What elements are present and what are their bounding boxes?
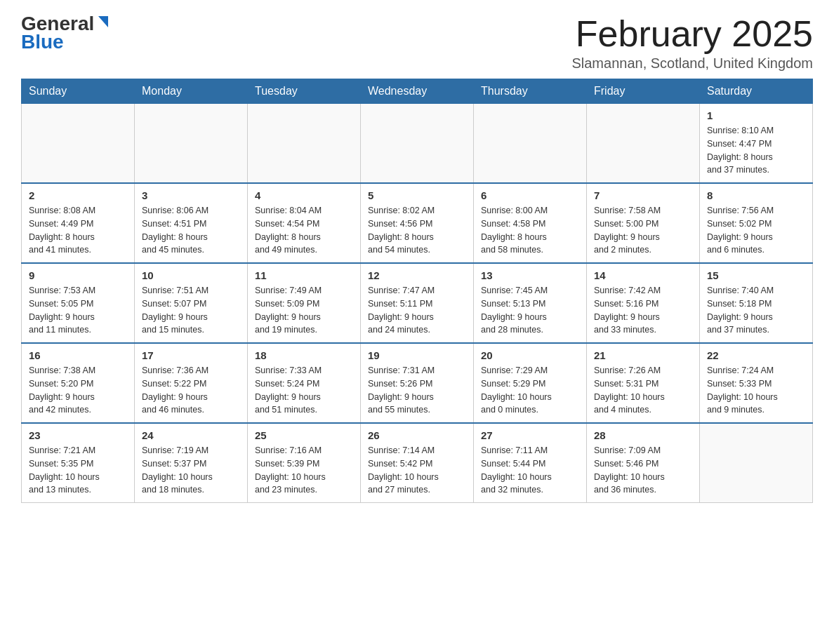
day-number: 26	[368, 429, 466, 441]
calendar-cell: 10Sunrise: 7:51 AMSunset: 5:07 PMDayligh…	[135, 263, 248, 343]
day-info: Sunrise: 7:53 AMSunset: 5:05 PMDaylight:…	[29, 284, 127, 337]
svg-marker-0	[98, 16, 108, 27]
day-number: 10	[142, 269, 240, 281]
day-info: Sunrise: 7:49 AMSunset: 5:09 PMDaylight:…	[255, 284, 353, 337]
day-info: Sunrise: 7:24 AMSunset: 5:33 PMDaylight:…	[707, 364, 805, 417]
calendar-cell: 25Sunrise: 7:16 AMSunset: 5:39 PMDayligh…	[248, 423, 361, 503]
logo-blue: Blue	[21, 31, 64, 53]
day-info: Sunrise: 7:21 AMSunset: 5:35 PMDaylight:…	[29, 444, 127, 497]
day-number: 16	[29, 349, 127, 361]
calendar-week-row: 2Sunrise: 8:08 AMSunset: 4:49 PMDaylight…	[22, 183, 813, 263]
page-header: General Blue February 2025 Slamannan, Sc…	[21, 14, 813, 72]
calendar-cell: 11Sunrise: 7:49 AMSunset: 5:09 PMDayligh…	[248, 263, 361, 343]
calendar-week-row: 9Sunrise: 7:53 AMSunset: 5:05 PMDaylight…	[22, 263, 813, 343]
col-header-saturday: Saturday	[700, 79, 813, 104]
calendar-cell: 13Sunrise: 7:45 AMSunset: 5:13 PMDayligh…	[474, 263, 587, 343]
calendar-cell	[248, 104, 361, 184]
day-number: 5	[368, 189, 466, 201]
calendar-cell: 2Sunrise: 8:08 AMSunset: 4:49 PMDaylight…	[22, 183, 135, 263]
calendar-cell	[587, 104, 700, 184]
day-info: Sunrise: 7:42 AMSunset: 5:16 PMDaylight:…	[594, 284, 692, 337]
day-info: Sunrise: 7:58 AMSunset: 5:00 PMDaylight:…	[594, 204, 692, 257]
day-number: 1	[707, 109, 805, 121]
day-number: 3	[142, 189, 240, 201]
col-header-friday: Friday	[587, 79, 700, 104]
calendar-cell: 8Sunrise: 7:56 AMSunset: 5:02 PMDaylight…	[700, 183, 813, 263]
day-number: 4	[255, 189, 353, 201]
day-info: Sunrise: 8:08 AMSunset: 4:49 PMDaylight:…	[29, 204, 127, 257]
col-header-tuesday: Tuesday	[248, 79, 361, 104]
day-number: 23	[29, 429, 127, 441]
day-info: Sunrise: 7:26 AMSunset: 5:31 PMDaylight:…	[594, 364, 692, 417]
day-number: 8	[707, 189, 805, 201]
calendar-cell: 15Sunrise: 7:40 AMSunset: 5:18 PMDayligh…	[700, 263, 813, 343]
calendar-cell: 16Sunrise: 7:38 AMSunset: 5:20 PMDayligh…	[22, 343, 135, 423]
calendar-cell: 26Sunrise: 7:14 AMSunset: 5:42 PMDayligh…	[361, 423, 474, 503]
calendar-cell: 6Sunrise: 8:00 AMSunset: 4:58 PMDaylight…	[474, 183, 587, 263]
day-number: 20	[481, 349, 579, 361]
day-info: Sunrise: 7:09 AMSunset: 5:46 PMDaylight:…	[594, 444, 692, 497]
day-info: Sunrise: 7:36 AMSunset: 5:22 PMDaylight:…	[142, 364, 240, 417]
day-info: Sunrise: 8:04 AMSunset: 4:54 PMDaylight:…	[255, 204, 353, 257]
calendar-cell: 7Sunrise: 7:58 AMSunset: 5:00 PMDaylight…	[587, 183, 700, 263]
calendar-cell: 28Sunrise: 7:09 AMSunset: 5:46 PMDayligh…	[587, 423, 700, 503]
location: Slamannan, Scotland, United Kingdom	[571, 55, 813, 72]
day-info: Sunrise: 7:33 AMSunset: 5:24 PMDaylight:…	[255, 364, 353, 417]
day-number: 14	[594, 269, 692, 281]
calendar-cell	[700, 423, 813, 503]
calendar-cell: 18Sunrise: 7:33 AMSunset: 5:24 PMDayligh…	[248, 343, 361, 423]
day-info: Sunrise: 7:19 AMSunset: 5:37 PMDaylight:…	[142, 444, 240, 497]
col-header-wednesday: Wednesday	[361, 79, 474, 104]
calendar-table: SundayMondayTuesdayWednesdayThursdayFrid…	[21, 79, 813, 503]
day-info: Sunrise: 8:06 AMSunset: 4:51 PMDaylight:…	[142, 204, 240, 257]
calendar-cell: 1Sunrise: 8:10 AMSunset: 4:47 PMDaylight…	[700, 104, 813, 184]
day-number: 27	[481, 429, 579, 441]
day-number: 19	[368, 349, 466, 361]
day-number: 24	[142, 429, 240, 441]
day-info: Sunrise: 7:29 AMSunset: 5:29 PMDaylight:…	[481, 364, 579, 417]
day-number: 28	[594, 429, 692, 441]
day-number: 9	[29, 269, 127, 281]
calendar-week-row: 16Sunrise: 7:38 AMSunset: 5:20 PMDayligh…	[22, 343, 813, 423]
day-info: Sunrise: 8:02 AMSunset: 4:56 PMDaylight:…	[368, 204, 466, 257]
day-number: 15	[707, 269, 805, 281]
day-info: Sunrise: 7:45 AMSunset: 5:13 PMDaylight:…	[481, 284, 579, 337]
calendar-week-row: 1Sunrise: 8:10 AMSunset: 4:47 PMDaylight…	[22, 104, 813, 184]
calendar-cell	[361, 104, 474, 184]
calendar-cell: 23Sunrise: 7:21 AMSunset: 5:35 PMDayligh…	[22, 423, 135, 503]
day-number: 2	[29, 189, 127, 201]
col-header-sunday: Sunday	[22, 79, 135, 104]
logo: General Blue	[21, 14, 111, 53]
day-number: 12	[368, 269, 466, 281]
calendar-cell: 3Sunrise: 8:06 AMSunset: 4:51 PMDaylight…	[135, 183, 248, 263]
day-info: Sunrise: 7:47 AMSunset: 5:11 PMDaylight:…	[368, 284, 466, 337]
calendar-cell: 12Sunrise: 7:47 AMSunset: 5:11 PMDayligh…	[361, 263, 474, 343]
calendar-cell: 27Sunrise: 7:11 AMSunset: 5:44 PMDayligh…	[474, 423, 587, 503]
day-info: Sunrise: 7:31 AMSunset: 5:26 PMDaylight:…	[368, 364, 466, 417]
day-info: Sunrise: 7:38 AMSunset: 5:20 PMDaylight:…	[29, 364, 127, 417]
day-number: 21	[594, 349, 692, 361]
day-number: 25	[255, 429, 353, 441]
calendar-cell	[135, 104, 248, 184]
day-info: Sunrise: 8:00 AMSunset: 4:58 PMDaylight:…	[481, 204, 579, 257]
day-number: 18	[255, 349, 353, 361]
calendar-cell	[22, 104, 135, 184]
col-header-thursday: Thursday	[474, 79, 587, 104]
day-number: 11	[255, 269, 353, 281]
month-title: February 2025	[571, 14, 813, 54]
day-number: 7	[594, 189, 692, 201]
day-info: Sunrise: 7:40 AMSunset: 5:18 PMDaylight:…	[707, 284, 805, 337]
day-info: Sunrise: 7:51 AMSunset: 5:07 PMDaylight:…	[142, 284, 240, 337]
day-info: Sunrise: 7:11 AMSunset: 5:44 PMDaylight:…	[481, 444, 579, 497]
calendar-cell	[474, 104, 587, 184]
calendar-cell: 24Sunrise: 7:19 AMSunset: 5:37 PMDayligh…	[135, 423, 248, 503]
calendar-header-row: SundayMondayTuesdayWednesdayThursdayFrid…	[22, 79, 813, 104]
calendar-cell: 20Sunrise: 7:29 AMSunset: 5:29 PMDayligh…	[474, 343, 587, 423]
day-number: 22	[707, 349, 805, 361]
day-info: Sunrise: 8:10 AMSunset: 4:47 PMDaylight:…	[707, 124, 805, 177]
day-info: Sunrise: 7:56 AMSunset: 5:02 PMDaylight:…	[707, 204, 805, 257]
calendar-cell: 17Sunrise: 7:36 AMSunset: 5:22 PMDayligh…	[135, 343, 248, 423]
day-number: 6	[481, 189, 579, 201]
col-header-monday: Monday	[135, 79, 248, 104]
calendar-cell: 19Sunrise: 7:31 AMSunset: 5:26 PMDayligh…	[361, 343, 474, 423]
